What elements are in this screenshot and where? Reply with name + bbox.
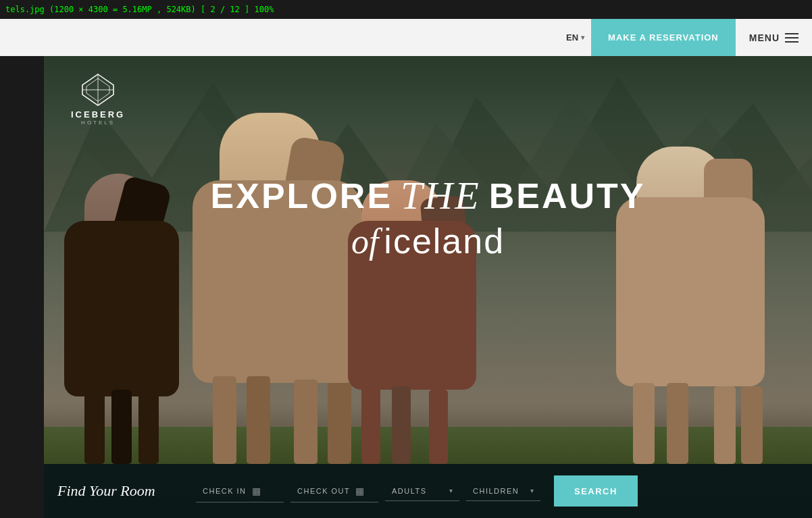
hamburger-icon [785, 33, 798, 43]
horse-4 [616, 194, 792, 464]
adults-label: ADULTS [392, 487, 427, 495]
search-button[interactable]: search [554, 475, 638, 507]
reservation-button[interactable]: MAKE A RESERVATION [591, 19, 736, 56]
logo-name: ICEBERG [71, 109, 125, 120]
find-room-label: Find Your Room [57, 482, 179, 500]
lang-label: EN [566, 32, 578, 43]
menu-label: MENU [749, 32, 780, 43]
hero-explore: EXPLORE [211, 176, 393, 215]
lang-selector[interactable]: EN ▾ [566, 32, 584, 43]
hero-of: of [351, 221, 378, 261]
check-in-calendar-icon: ▦ [252, 486, 261, 496]
logo-diamond-icon [81, 73, 115, 107]
system-bar-text: tels.jpg (1200 × 4300 = 5.16MP , 524KB) … [5, 5, 274, 14]
check-out-label: CHECK OUT [297, 487, 350, 495]
hero-the: The [401, 174, 481, 217]
hero-iceland: iceland [384, 221, 505, 261]
hero-text-block: EXPLORE The BEAUTY of iceland [226, 174, 631, 261]
children-chevron-icon: ▾ [530, 487, 534, 494]
adults-select[interactable]: ADULTS ▾ [385, 482, 459, 501]
check-in-field[interactable]: CHECK IN ▦ [196, 480, 284, 502]
hero-beauty: BEAUTY [489, 176, 646, 215]
hero-section: ICEBERG HOTELS EXPLORE The BEAUTY of ice… [44, 56, 812, 518]
lang-chevron-icon: ▾ [581, 34, 584, 41]
check-out-field[interactable]: CHECK OUT ▦ [290, 480, 378, 502]
logo-subtext: HOTELS [81, 120, 115, 126]
hero-title-line2: of iceland [226, 221, 631, 261]
horse-1 [64, 207, 199, 464]
nav-bar: EN ▾ MAKE A RESERVATION MENU [0, 19, 812, 56]
menu-button[interactable]: MENU [749, 32, 798, 43]
check-out-calendar-icon: ▦ [355, 486, 364, 496]
children-select[interactable]: CHILDREN ▾ [466, 482, 540, 501]
adults-chevron-icon: ▾ [449, 487, 453, 494]
logo[interactable]: ICEBERG HOTELS [71, 73, 125, 126]
hero-title-line1: EXPLORE The BEAUTY [226, 174, 631, 217]
booking-bar: Find Your Room CHECK IN ▦ CHECK OUT ▦ AD… [44, 464, 812, 518]
check-in-label: CHECK IN [203, 487, 247, 495]
system-bar: tels.jpg (1200 × 4300 = 5.16MP , 524KB) … [0, 0, 812, 19]
children-label: CHILDREN [473, 487, 519, 495]
